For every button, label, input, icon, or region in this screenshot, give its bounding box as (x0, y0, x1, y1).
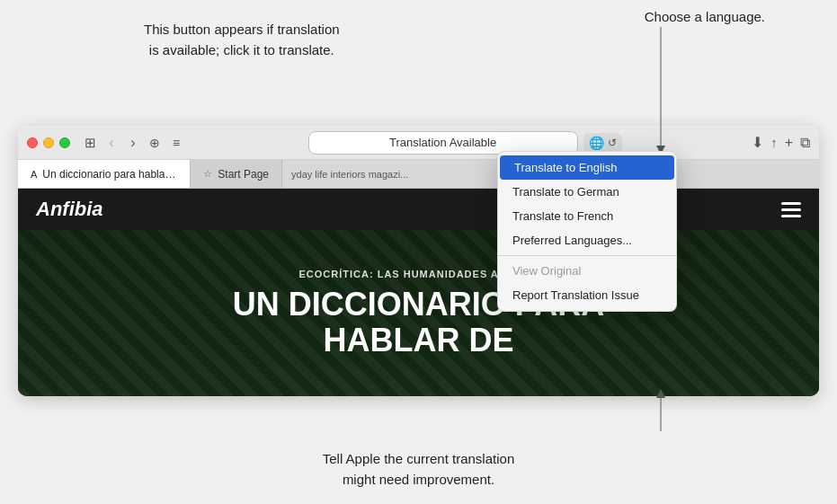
privacy-icon: ⊕ (147, 136, 162, 150)
tab-favicon: A (31, 169, 37, 180)
refresh-icon: ↺ (608, 137, 617, 149)
tabs-bar: A Un diccionario para hablar de "natural… (18, 160, 819, 189)
minimize-button[interactable] (43, 137, 54, 148)
tab-extra[interactable]: yday life interiors magazi... (282, 169, 417, 180)
menu-item-preferred-languages[interactable]: Preferred Languages... (498, 228, 676, 252)
annotation-area: Choose a language. This button appears i… (0, 0, 837, 126)
menu-item-translate-english[interactable]: Translate to English (500, 155, 674, 180)
reader-icon[interactable]: ≡ (169, 136, 183, 150)
maximize-button[interactable] (59, 137, 70, 148)
back-button[interactable]: ‹ (104, 136, 119, 150)
menu-item-view-original[interactable]: View Original (498, 259, 676, 283)
page-header: Anfibia (18, 189, 819, 230)
tab-start-page[interactable]: ☆ Start Page (191, 160, 282, 188)
translate-button[interactable]: 🌐 ↺ (583, 133, 622, 153)
tab-star-icon: ☆ (203, 168, 212, 180)
menu-item-translate-french[interactable]: Translate to French (498, 204, 676, 228)
download-icon[interactable]: ⬇ (752, 134, 763, 151)
title-bar: ⊞ ‹ › ⊕ ≡ Translation Available 🌐 ↺ ⬇ ↑ … (18, 126, 819, 160)
sidebar-toggle-button[interactable]: ⊞ (83, 136, 97, 150)
close-button[interactable] (27, 137, 38, 148)
tabs-overview-icon[interactable]: ⧉ (800, 135, 810, 151)
tab-label-active: Un diccionario para hablar de "naturalez… (42, 168, 177, 181)
share-icon[interactable]: ↑ (770, 135, 778, 150)
tab-active[interactable]: A Un diccionario para hablar de "natural… (18, 160, 191, 188)
translate-dropdown: Translate to English Translate to German… (497, 151, 677, 312)
forward-button[interactable]: › (126, 136, 140, 150)
annotation-button-info: This button appears if translation is av… (144, 20, 340, 60)
browser-window: ⊞ ‹ › ⊕ ≡ Translation Available 🌐 ↺ ⬇ ↑ … (18, 126, 819, 396)
translate-icon: 🌐 (589, 136, 604, 150)
traffic-lights (27, 137, 70, 148)
menu-divider (498, 255, 676, 256)
tab-label-start: Start Page (218, 168, 269, 181)
site-logo: Anfibia (36, 198, 103, 221)
page-title-text: Translation Available (389, 136, 496, 149)
annotation-bottom: Tell Apple the current translation might… (323, 449, 514, 490)
hamburger-menu[interactable] (781, 202, 801, 217)
annotation-choose-language: Choose a language. (645, 7, 765, 26)
page-content: Anfibia Ecocrítica: las humanidades ambi… (18, 189, 819, 396)
menu-item-report-issue[interactable]: Report Translation Issue (498, 283, 676, 307)
toolbar-right: ⬇ ↑ + ⧉ (752, 134, 810, 151)
menu-item-translate-german[interactable]: Translate to German (498, 180, 676, 204)
page-body: Ecocrítica: las humanidades ambie... UN … (18, 230, 819, 396)
add-tab-icon[interactable]: + (785, 135, 793, 151)
